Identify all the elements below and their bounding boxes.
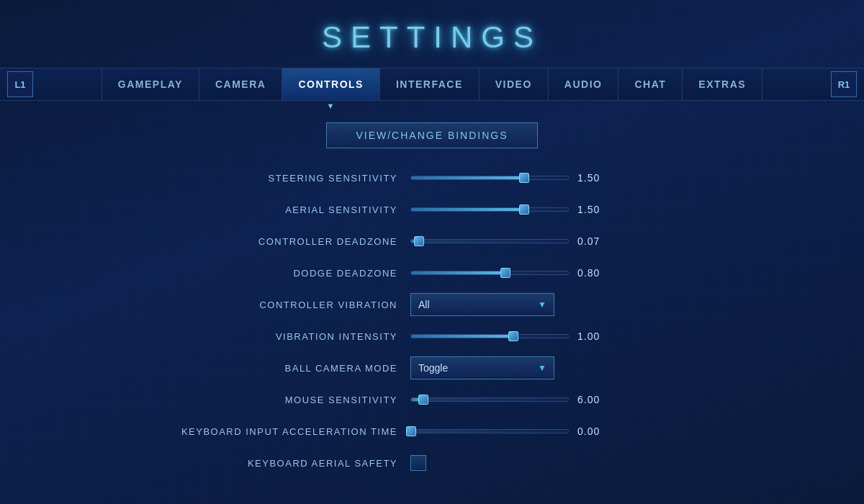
setting-row: CONTROLLER VIBRATIONAll▼: [108, 291, 756, 318]
setting-row: VIBRATION INTENSITY1.00: [108, 323, 756, 350]
slider-thumb[interactable]: [500, 268, 510, 278]
setting-label-keyboard-aerial-safety: KEYBOARD AERIAL SAFETY: [108, 458, 410, 469]
slider-track[interactable]: [410, 207, 569, 212]
slider-fill: [411, 335, 513, 338]
setting-label-steering-sensitivity: STEERING SENSITIVITY: [108, 173, 410, 184]
nav-tab-controls[interactable]: CONTROLS: [282, 68, 380, 100]
slider-value: 0.80: [577, 267, 606, 279]
dropdown-value: Toggle: [418, 362, 448, 374]
settings-content: VIEW/CHANGE BINDINGS STEERING SENSITIVIT…: [108, 122, 756, 477]
setting-label-controller-vibration: CONTROLLER VIBRATION: [108, 300, 410, 310]
slider-fill: [411, 176, 524, 179]
setting-row: KEYBOARD AERIAL SAFETY: [108, 449, 756, 477]
setting-row: DODGE DEADZONE0.80: [108, 259, 756, 287]
nav-tab-interface[interactable]: INTERFACE: [380, 68, 480, 100]
dropdown[interactable]: All▼: [410, 293, 554, 316]
setting-row: BALL CAMERA MODEToggle▼: [108, 354, 756, 382]
setting-control: 1.00: [410, 330, 756, 342]
slider-value: 1.00: [577, 330, 606, 342]
setting-control: 6.00: [410, 394, 756, 405]
settings-rows: STEERING SENSITIVITY1.50AERIAL SENSITIVI…: [108, 164, 756, 477]
nav-tab-audio[interactable]: AUDIO: [549, 68, 619, 100]
slider-value: 0.00: [577, 426, 606, 437]
slider-track[interactable]: [410, 271, 569, 275]
slider-thumb[interactable]: [406, 426, 416, 436]
slider-value: 6.00: [577, 394, 606, 405]
setting-label-ball-camera-mode: BALL CAMERA MODE: [108, 363, 410, 374]
nav-left-button[interactable]: L1: [7, 71, 33, 97]
setting-control: 0.07: [410, 235, 756, 247]
setting-control: 0.00: [410, 426, 756, 437]
slider-track[interactable]: [410, 239, 569, 243]
bindings-button[interactable]: VIEW/CHANGE BINDINGS: [326, 122, 537, 148]
slider-value: 0.07: [577, 235, 606, 247]
dropdown[interactable]: Toggle▼: [410, 356, 554, 379]
setting-label-keyboard-input-acceleration-time: KEYBOARD INPUT ACCELERATION TIME: [108, 426, 410, 437]
setting-label-vibration-intensity: VIBRATION INTENSITY: [108, 331, 410, 342]
slider-fill: [411, 271, 505, 274]
slider-track[interactable]: [410, 429, 569, 433]
slider-track[interactable]: [410, 397, 569, 402]
nav-right-button[interactable]: R1: [831, 71, 857, 97]
setting-control: [410, 455, 756, 471]
setting-control: 1.50: [410, 204, 756, 215]
slider-value: 1.50: [577, 172, 606, 184]
setting-label-dodge-deadzone: DODGE DEADZONE: [108, 268, 410, 279]
setting-control: 0.80: [410, 267, 756, 279]
setting-row: STEERING SENSITIVITY1.50: [108, 164, 756, 192]
chevron-down-icon: ▼: [538, 300, 546, 310]
slider-track[interactable]: [410, 334, 569, 338]
setting-control: All▼: [410, 293, 756, 316]
slider-thumb[interactable]: [508, 331, 518, 341]
nav-tab-camera[interactable]: CAMERA: [199, 68, 282, 100]
setting-row: MOUSE SENSITIVITY6.00: [108, 386, 756, 413]
slider-thumb[interactable]: [519, 204, 529, 215]
nav-tab-extras[interactable]: EXTRAS: [683, 68, 762, 100]
nav-tab-chat[interactable]: CHAT: [618, 68, 683, 100]
checkbox[interactable]: [410, 455, 426, 471]
slider-thumb[interactable]: [414, 236, 424, 246]
setting-row: KEYBOARD INPUT ACCELERATION TIME0.00: [108, 418, 756, 445]
setting-control: Toggle▼: [410, 356, 756, 379]
setting-row: CONTROLLER DEADZONE0.07: [108, 228, 756, 255]
page-title: SETTINGS: [322, 20, 542, 55]
setting-label-mouse-sensitivity: MOUSE SENSITIVITY: [108, 395, 410, 405]
setting-control: 1.50: [410, 172, 756, 184]
setting-label-controller-deadzone: CONTROLLER DEADZONE: [108, 236, 410, 247]
chevron-down-icon: ▼: [538, 363, 546, 373]
slider-thumb[interactable]: [519, 173, 529, 183]
nav-tab-gameplay[interactable]: GAMEPLAY: [102, 68, 199, 100]
slider-value: 1.50: [577, 204, 606, 215]
slider-track[interactable]: [410, 176, 569, 180]
nav-tab-video[interactable]: VIDEO: [480, 68, 549, 100]
slider-thumb[interactable]: [418, 395, 428, 405]
nav-bar: L1 GAMEPLAYCAMERACONTROLSINTERFACEVIDEOA…: [0, 68, 864, 101]
setting-row: AERIAL SENSITIVITY1.50: [108, 196, 756, 223]
dropdown-value: All: [418, 299, 430, 310]
setting-label-aerial-sensitivity: AERIAL SENSITIVITY: [108, 204, 410, 215]
nav-tabs: GAMEPLAYCAMERACONTROLSINTERFACEVIDEOAUDI…: [33, 68, 831, 100]
slider-fill: [411, 208, 524, 211]
